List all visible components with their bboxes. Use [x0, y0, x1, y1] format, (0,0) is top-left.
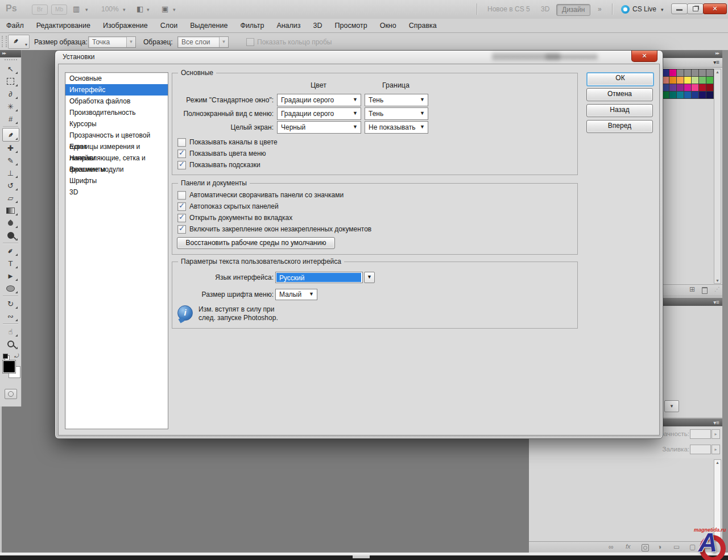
- color-swatch[interactable]: [706, 69, 713, 76]
- color-swatch[interactable]: [677, 77, 684, 84]
- menu-layers[interactable]: Слои: [154, 19, 184, 32]
- delete-swatch-icon[interactable]: [702, 287, 708, 294]
- open-documents-as-tabs-checkbox[interactable]: Открыть документы во вкладках: [177, 213, 292, 222]
- checkbox[interactable]: [177, 202, 186, 211]
- workspace-3d[interactable]: 3D: [536, 4, 555, 15]
- auto-show-hidden-panels-checkbox[interactable]: Автопоказ скрытых панелей: [177, 202, 279, 211]
- pen-tool[interactable]: ✒: [3, 244, 19, 257]
- new-group-icon[interactable]: ▭: [673, 543, 680, 551]
- clone-stamp-tool[interactable]: ⊥: [3, 167, 19, 179]
- color-swatch[interactable]: [684, 69, 691, 76]
- new-swatch-icon[interactable]: ⊞: [689, 285, 695, 293]
- tool-dock-grip[interactable]: [5, 59, 17, 61]
- quick-mask-button[interactable]: [5, 389, 17, 399]
- zoom-tool[interactable]: [3, 338, 19, 350]
- eraser-tool[interactable]: ▱: [3, 192, 19, 204]
- color-swatch[interactable]: [669, 77, 676, 84]
- color-swatch[interactable]: [692, 92, 698, 98]
- menu-view[interactable]: Просмотр: [329, 19, 374, 32]
- color-swatch[interactable]: [677, 69, 684, 76]
- color-swatch[interactable]: [706, 77, 713, 84]
- enable-floating-doc-docking-checkbox[interactable]: Включить закрепление окон незакрепленных…: [177, 225, 371, 234]
- foreground-color-swatch[interactable]: [3, 360, 15, 373]
- fullscreen-color-combo[interactable]: Черный▼: [277, 121, 361, 134]
- category-units-rulers[interactable]: Единицы измерения и линейки: [65, 141, 168, 152]
- show-menu-colors-checkbox[interactable]: Показывать цвета меню: [177, 149, 266, 158]
- lasso-tool[interactable]: ∂: [3, 88, 19, 100]
- color-swatch[interactable]: [699, 84, 706, 91]
- screen-mode-icon[interactable]: ▣: [162, 5, 168, 13]
- dialog-title-bar[interactable]: Установки ✕: [55, 51, 663, 64]
- color-swatch[interactable]: [669, 69, 676, 76]
- eyedropper-tool[interactable]: ✒: [2, 128, 19, 142]
- panel-menu-icon[interactable]: ▾≡: [713, 59, 719, 65]
- category-guides-grid-slices[interactable]: Направляющие, сетка и фрагменты: [65, 152, 168, 164]
- checkbox[interactable]: [177, 214, 186, 222]
- scroll-down-icon[interactable]: ▼: [714, 279, 721, 283]
- menu-3d[interactable]: 3D: [307, 19, 329, 32]
- zoom-level[interactable]: 100%: [101, 5, 119, 13]
- color-swatch[interactable]: [699, 77, 706, 84]
- cancel-button[interactable]: Отмена: [586, 88, 653, 101]
- sample-size-combo[interactable]: Точка▼: [88, 36, 136, 48]
- color-swatch[interactable]: [677, 84, 684, 91]
- checkbox[interactable]: [177, 161, 186, 169]
- panel-resize-grip-icon[interactable]: ⋰: [714, 286, 720, 292]
- color-swatch[interactable]: [692, 84, 698, 91]
- color-swatch[interactable]: [684, 77, 691, 84]
- color-swatch[interactable]: [692, 77, 698, 84]
- workspace-overflow-chevrons-icon[interactable]: »: [593, 4, 607, 15]
- color-swatch[interactable]: [684, 84, 691, 91]
- checkbox[interactable]: [177, 191, 186, 200]
- color-swatch[interactable]: [699, 92, 706, 98]
- show-channels-in-color-checkbox[interactable]: Показывать каналы в цвете: [177, 138, 278, 147]
- category-type[interactable]: Шрифты: [65, 175, 168, 186]
- ok-button[interactable]: ОК: [586, 72, 654, 86]
- minimize-button[interactable]: [671, 3, 688, 14]
- blur-tool[interactable]: [3, 217, 19, 229]
- menu-file[interactable]: Файл: [0, 19, 30, 32]
- ui-language-combo[interactable]: Русский: [275, 272, 363, 283]
- color-swatch[interactable]: [706, 92, 713, 98]
- healing-brush-tool[interactable]: ✚: [3, 142, 19, 154]
- gradient-tool[interactable]: [3, 204, 19, 217]
- cs-live-caret-icon[interactable]: ▾: [661, 7, 664, 13]
- type-tool[interactable]: T: [3, 257, 19, 269]
- color-swatch[interactable]: [677, 92, 684, 98]
- category-cursors[interactable]: Курсоры: [65, 118, 168, 130]
- ui-language-caret-button[interactable]: ▼: [364, 272, 375, 283]
- add-layer-mask-icon[interactable]: [642, 544, 649, 551]
- path-selection-tool[interactable]: ►: [3, 269, 19, 282]
- view-extras-caret-icon[interactable]: ▾: [85, 7, 88, 13]
- screen-mode-caret-icon[interactable]: ▾: [173, 7, 176, 13]
- crop-tool[interactable]: #: [3, 113, 19, 125]
- options-grip[interactable]: [2, 36, 7, 47]
- color-swatch[interactable]: [706, 84, 713, 91]
- bridge-button[interactable]: Br: [32, 5, 48, 15]
- color-swatch[interactable]: [669, 92, 676, 98]
- next-button[interactable]: Вперед: [586, 120, 653, 133]
- fullscreen-border-combo[interactable]: Не показывать▼: [365, 121, 428, 134]
- view-extras-icon[interactable]: ▥: [73, 5, 80, 13]
- category-3d[interactable]: 3D: [65, 186, 168, 198]
- panel-menu-icon[interactable]: ▾≡: [713, 420, 719, 426]
- color-swatch[interactable]: [669, 84, 676, 91]
- checkbox[interactable]: [177, 138, 186, 147]
- panel-menu-icon[interactable]: ▾≡: [713, 299, 719, 305]
- menu-image[interactable]: Изображение: [97, 19, 154, 32]
- auto-collapse-panels-checkbox[interactable]: Автоматически сворачивать панели со знач…: [177, 190, 344, 200]
- menu-font-size-combo[interactable]: Малый▼: [275, 289, 317, 300]
- cs-live-button[interactable]: CS Live: [632, 5, 656, 13]
- fill-field[interactable]: [690, 445, 711, 454]
- workspace-design[interactable]: Дизайн: [556, 4, 590, 16]
- arrange-documents-icon[interactable]: ◧: [136, 5, 143, 13]
- default-colors-icon[interactable]: [3, 354, 8, 359]
- standard-window-color-combo[interactable]: Градации серого▼: [277, 94, 361, 106]
- checkbox[interactable]: [177, 150, 186, 158]
- show-tooltips-checkbox[interactable]: Показывать подсказки: [177, 160, 260, 169]
- layer-style-icon[interactable]: fx: [626, 543, 631, 550]
- menu-analysis[interactable]: Анализ: [270, 19, 307, 32]
- zoom-caret-icon[interactable]: ▾: [123, 7, 126, 13]
- standard-window-border-combo[interactable]: Тень▼: [365, 94, 428, 106]
- color-swatch[interactable]: [699, 69, 706, 76]
